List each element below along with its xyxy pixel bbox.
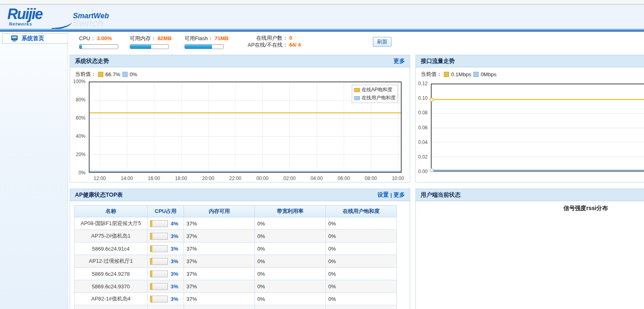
online-users-block: 在线用户数： 0 AP在线/不在线： 64/ 4 bbox=[242, 34, 301, 48]
sidebar-item-label: 系统首页 bbox=[21, 35, 44, 42]
x-axis-tick: 18:00 bbox=[175, 176, 187, 181]
current-label: 当前值： bbox=[75, 71, 96, 78]
x-axis-tick: 16:00 bbox=[148, 176, 160, 181]
ap-health-header: AP健康状态TOP表 设置 | 更多 bbox=[70, 189, 410, 201]
x-axis-tick: 22:00 bbox=[229, 176, 241, 181]
y-axis-tick: 0.10 bbox=[418, 95, 428, 101]
ap-online-value: 64/ 4 bbox=[289, 42, 301, 48]
cpu-progress-bar bbox=[79, 44, 118, 49]
cpu-percent-value: 3% bbox=[171, 296, 178, 302]
sidebar-item-home[interactable]: 系统首页 bbox=[2, 33, 68, 44]
x-axis-tick: 14:00 bbox=[121, 176, 133, 181]
series-line-yellow bbox=[432, 99, 644, 100]
tx-swatch bbox=[444, 72, 449, 77]
cpu-mini-bar-fill bbox=[150, 258, 152, 264]
table-row: 5869.6c24.93703%37%0%0% bbox=[75, 280, 397, 293]
legend-entry-ap: 在线AP饱和度 bbox=[354, 86, 396, 93]
app-header: Ruijie Networks Switch SmartWeb bbox=[0, 4, 644, 29]
cpu-label: CPU： bbox=[79, 35, 95, 41]
ap-saturation-current: 66.7% bbox=[105, 71, 120, 77]
legend-swatch-blue bbox=[354, 96, 360, 100]
ap-health-panel: AP健康状态TOP表 设置 | 更多 名称CPU占用内存可用带宽利用率在线用户饱… bbox=[70, 189, 410, 309]
chart-legend: 在线AP饱和度 在线用户饱和度 bbox=[352, 85, 398, 103]
cpu-progress-fill bbox=[79, 45, 82, 49]
page: Ruijie Networks Switch SmartWeb 系统首页 bbox=[0, 0, 644, 309]
x-axis-tick: 02:00 bbox=[283, 176, 295, 181]
table-row: AP08-国际F1层迎候大厅54%37%0%0% bbox=[75, 217, 397, 230]
cpu-percent-value: 3% bbox=[171, 258, 178, 264]
empty-cell bbox=[184, 305, 255, 309]
table-row: AP82-1#值机岛43%37%0%0% bbox=[75, 293, 397, 305]
y-axis-tick: 0.04 bbox=[418, 139, 428, 145]
ap-memory-cell: 37% bbox=[184, 268, 255, 280]
x-axis: 12:0014:0016:0018:0020:0022:0000:0002:00… bbox=[89, 176, 402, 182]
flash-label: 可用Flash： bbox=[184, 35, 213, 41]
panel-title: AP健康状态TOP表 bbox=[75, 191, 377, 199]
settings-link[interactable]: 设置 bbox=[377, 191, 389, 199]
ap-memory-cell: 37% bbox=[184, 255, 255, 268]
gridline bbox=[181, 82, 182, 172]
system-trend-panel: 系统状态走势 更多 当前值： 66.7% 0% 100%80%60%40%20%… bbox=[70, 55, 410, 182]
ap-name-cell: AP75-2#值机岛1 bbox=[75, 230, 148, 242]
cpu-percent-value: 3% bbox=[171, 246, 178, 252]
ap-cpu-cell: 3% bbox=[148, 230, 184, 242]
x-axis-tick: 20:00 bbox=[202, 176, 214, 181]
ap-name-cell: AP82-1#值机岛4 bbox=[75, 293, 148, 305]
ruijie-logo: Ruijie Networks bbox=[7, 7, 42, 21]
more-link[interactable]: 更多 bbox=[394, 191, 405, 199]
online-users-value: 0 bbox=[289, 35, 292, 41]
table-row: 5869.6c24.91c43%37%0%0% bbox=[75, 242, 397, 255]
x-axis-tick: 10:00 bbox=[392, 176, 404, 181]
memory-stat: 可用内存： 82MB bbox=[130, 35, 171, 49]
links-divider: | bbox=[390, 192, 392, 198]
y-axis-tick: 0.02 bbox=[418, 154, 428, 160]
product-name: SmartWeb bbox=[73, 12, 109, 20]
sidebar: 系统首页 bbox=[0, 32, 68, 309]
client-status-panel: 用户端当前状态 信号强度rssi分布 bbox=[415, 189, 644, 309]
refresh-button[interactable]: 刷新 bbox=[373, 37, 392, 47]
x-axis-tick: 08:00 bbox=[365, 176, 377, 181]
cpu-mini-bar bbox=[150, 258, 168, 265]
y-axis-tick: 0.08 bbox=[418, 110, 428, 116]
more-link[interactable]: 更多 bbox=[394, 58, 405, 65]
column-header: 在线用户饱和度 bbox=[326, 206, 397, 217]
column-header: CPU占用 bbox=[148, 206, 184, 217]
gridline bbox=[208, 82, 209, 172]
gridline bbox=[432, 157, 644, 157]
ap-users-cell: 0% bbox=[326, 230, 397, 242]
ap-users-cell: 0% bbox=[326, 280, 397, 293]
ap-users-cell: 0% bbox=[326, 268, 397, 280]
empty-cell bbox=[75, 305, 148, 309]
gridline bbox=[100, 82, 100, 172]
ap-users-cell: 0% bbox=[326, 217, 397, 230]
traffic-trend-chart bbox=[431, 84, 644, 172]
empty-cell bbox=[255, 305, 326, 309]
cpu-percent-value: 3% bbox=[171, 233, 178, 239]
gridline bbox=[90, 136, 401, 137]
series-start-marker bbox=[430, 98, 434, 102]
ap-memory-cell: 37% bbox=[184, 242, 255, 255]
panel-title: 系统状态走势 bbox=[75, 58, 394, 65]
legend-swatch-yellow bbox=[354, 88, 360, 92]
tx-current: 0.1Mbps bbox=[451, 71, 471, 77]
y-axis-tick: 80% bbox=[76, 97, 86, 103]
table-row: 5869.6c24.92783%37%0%0% bbox=[75, 268, 397, 280]
flash-value: 71MB bbox=[214, 35, 229, 41]
ap-name-cell: 5869.6c24.9278 bbox=[75, 268, 148, 280]
ap-users-cell: 0% bbox=[326, 255, 397, 268]
y-axis-tick: 0.00 bbox=[418, 169, 428, 174]
ap-bandwidth-cell: 0% bbox=[255, 230, 326, 242]
gridline bbox=[235, 82, 236, 172]
current-values-row: 当前值： 0.1Mbps 0Mbps bbox=[421, 71, 496, 78]
panel-title: 接口流量走势 bbox=[421, 58, 644, 65]
series-start-marker bbox=[430, 168, 434, 172]
cpu-mini-bar bbox=[150, 245, 168, 252]
ap-bandwidth-cell: 0% bbox=[255, 242, 326, 255]
series-line-blue bbox=[90, 171, 401, 172]
rx-current: 0Mbps bbox=[481, 71, 496, 77]
header-divider-dark bbox=[0, 30, 644, 32]
current-values-row: 当前值： 66.7% 0% bbox=[75, 71, 137, 78]
ap-users-cell: 0% bbox=[326, 293, 397, 305]
table-header-row: 名称CPU占用内存可用带宽利用率在线用户饱和度 bbox=[75, 206, 397, 217]
cpu-mini-bar-fill bbox=[150, 221, 152, 227]
